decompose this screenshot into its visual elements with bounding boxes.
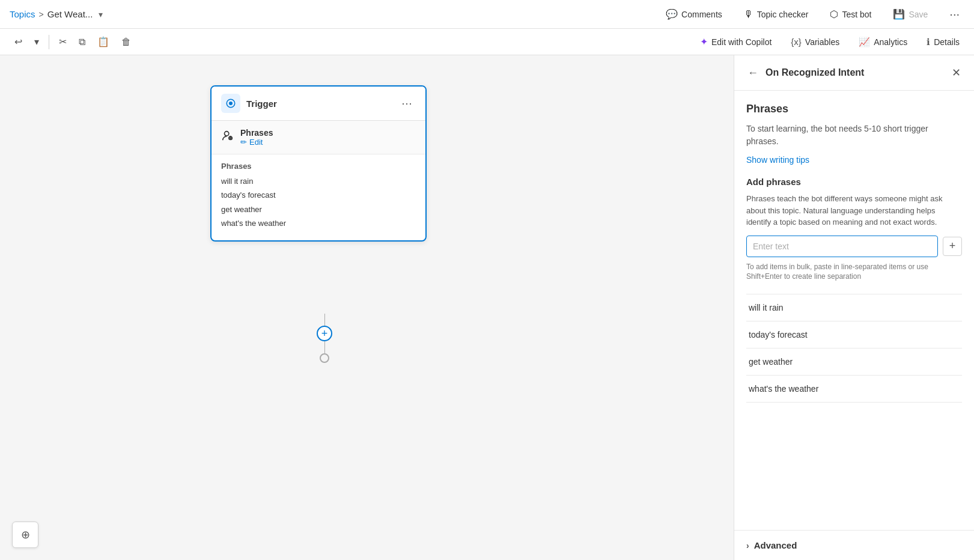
toolbar-right-actions: ✦ Edit with Copilot {x} Variables 📈 Anal…: [695, 34, 964, 50]
more-options-button[interactable]: ···: [945, 5, 964, 23]
details-icon: ℹ: [927, 37, 930, 47]
save-icon: 💾: [893, 8, 905, 20]
phrase-list: will it rain today's forecast get weathe…: [746, 294, 962, 403]
delete-button[interactable]: 🗑: [117, 33, 136, 51]
advanced-label: Advanced: [754, 540, 797, 550]
trigger-header-left: Trigger: [221, 94, 277, 113]
right-panel: ← On Recognized Intent ✕ Phrases To star…: [734, 55, 974, 560]
toolbar: ↩ ▾ ✂ ⧉ 📋 🗑 ✦ Edit with Copilot {x} Vari…: [0, 29, 974, 55]
canvas-area[interactable]: Trigger ⋯ Phrases ✏ Ed: [0, 55, 734, 560]
zoom-button[interactable]: ⊕: [12, 522, 38, 548]
connector-end-node: [320, 353, 329, 363]
panel-header-left: ← On Recognized Intent: [746, 65, 864, 81]
phrase-item-4: what's the weather: [221, 216, 416, 230]
variables-icon: {x}: [791, 37, 802, 47]
undo-button[interactable]: ↩: [10, 32, 27, 51]
phrases-row: Phrases ✏ Edit: [212, 121, 425, 154]
phrases-label-group: Phrases ✏ Edit: [240, 128, 273, 147]
breadcrumb-current: Get Weat...: [47, 9, 93, 19]
details-label: Details: [934, 37, 960, 47]
panel-close-button[interactable]: ✕: [951, 65, 962, 81]
top-nav: Topics > Get Weat... ▾ 💬 Comments 🎙 Topi…: [0, 0, 974, 29]
svg-point-2: [225, 132, 229, 136]
phrase-input[interactable]: [746, 236, 938, 257]
panel-back-button[interactable]: ←: [746, 65, 759, 81]
phrases-edit-link[interactable]: ✏ Edit: [240, 138, 273, 147]
phrases-row-icon: [221, 129, 234, 145]
advanced-section: › Advanced: [734, 530, 974, 560]
analytics-label: Analytics: [874, 37, 907, 47]
edit-pencil-icon: ✏: [240, 138, 247, 147]
variables-label: Variables: [805, 37, 839, 47]
svg-point-1: [230, 102, 233, 105]
test-bot-icon: ⬡: [830, 8, 838, 20]
save-button[interactable]: 💾 Save: [888, 6, 933, 22]
phrases-list: Phrases will it rain today's forecast ge…: [212, 154, 425, 240]
breadcrumb-separator: >: [39, 10, 44, 19]
analytics-button[interactable]: 📈 Analytics: [854, 34, 912, 50]
trigger-title: Trigger: [246, 99, 277, 109]
main-content: Trigger ⋯ Phrases ✏ Ed: [0, 55, 974, 560]
phrase-item-3: get weather: [221, 202, 416, 216]
toolbar-left-actions: ↩ ▾ ✂ ⧉ 📋 🗑: [10, 32, 136, 51]
copy-button[interactable]: ⧉: [74, 33, 90, 51]
test-bot-label: Test bot: [842, 10, 871, 19]
advanced-toggle-button[interactable]: › Advanced: [746, 540, 797, 550]
advanced-chevron-icon: ›: [746, 541, 749, 550]
topic-checker-button[interactable]: 🎙 Topic checker: [739, 7, 814, 22]
panel-content: Phrases To start learning, the bot needs…: [734, 91, 974, 530]
paste-button[interactable]: 📋: [93, 32, 114, 51]
phrases-label: Phrases: [240, 128, 273, 138]
canvas-connector: +: [317, 314, 332, 363]
trigger-more-button[interactable]: ⋯: [398, 96, 416, 111]
phrases-list-title: Phrases: [221, 162, 416, 171]
add-phrase-button[interactable]: +: [943, 237, 962, 256]
breadcrumb-dropdown-icon[interactable]: ▾: [99, 10, 103, 19]
variables-button[interactable]: {x} Variables: [786, 34, 844, 49]
edit-with-copilot-button[interactable]: ✦ Edit with Copilot: [695, 34, 776, 50]
input-hint: To add items in bulk, paste in line-sepa…: [746, 262, 962, 282]
connector-line-top: [324, 314, 325, 326]
add-phrases-desc: Phrases teach the bot different ways som…: [746, 193, 962, 228]
trigger-icon: [221, 94, 240, 113]
edit-with-copilot-label: Edit with Copilot: [711, 37, 772, 47]
add-node-button[interactable]: +: [317, 326, 332, 341]
phrase-item-1: will it rain: [221, 174, 416, 188]
show-writing-tips-link[interactable]: Show writing tips: [746, 155, 962, 165]
breadcrumb-topics[interactable]: Topics: [10, 9, 35, 19]
trigger-header: Trigger ⋯: [212, 87, 425, 121]
trigger-card: Trigger ⋯ Phrases ✏ Ed: [210, 85, 427, 242]
cut-button[interactable]: ✂: [54, 32, 72, 51]
panel-header: ← On Recognized Intent ✕: [734, 55, 974, 91]
add-phrase-input-row: +: [746, 236, 962, 257]
details-button[interactable]: ℹ Details: [922, 34, 964, 50]
copilot-icon: ✦: [700, 36, 708, 47]
panel-description: To start learning, the bot needs 5-10 sh…: [746, 123, 962, 148]
toolbar-divider: [49, 35, 49, 49]
history-dropdown-button[interactable]: ▾: [29, 32, 44, 51]
connector-line-bottom: [324, 341, 325, 353]
zoom-icon: ⊕: [21, 528, 30, 541]
panel-section-title: Phrases: [746, 103, 962, 115]
comments-icon: 💬: [666, 8, 678, 20]
comments-button[interactable]: 💬 Comments: [661, 6, 727, 22]
phrase-list-item-1: will it rain: [746, 294, 962, 321]
phrase-item-2: today's forecast: [221, 188, 416, 202]
analytics-icon: 📈: [859, 37, 870, 47]
panel-title: On Recognized Intent: [766, 67, 864, 78]
phrase-list-item-3: get weather: [746, 348, 962, 375]
edit-label: Edit: [249, 138, 263, 147]
add-phrases-title: Add phrases: [746, 177, 962, 187]
comments-label: Comments: [681, 10, 722, 19]
topic-checker-icon: 🎙: [744, 9, 753, 20]
save-label: Save: [909, 10, 928, 19]
test-bot-button[interactable]: ⬡ Test bot: [825, 6, 876, 22]
top-nav-actions: 💬 Comments 🎙 Topic checker ⬡ Test bot 💾 …: [661, 5, 964, 23]
phrase-list-item-4: what's the weather: [746, 375, 962, 403]
phrase-list-item-2: today's forecast: [746, 321, 962, 348]
breadcrumb: Topics > Get Weat... ▾: [10, 9, 103, 19]
topic-checker-label: Topic checker: [757, 10, 809, 19]
